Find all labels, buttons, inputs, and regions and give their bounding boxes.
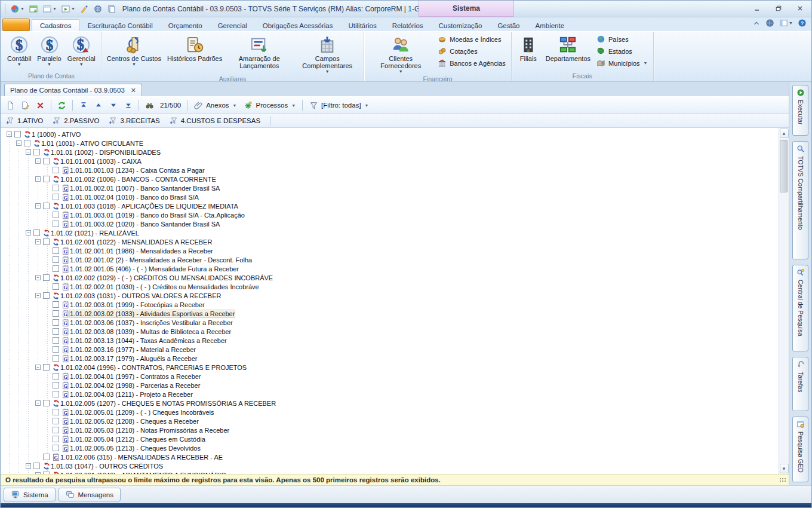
tree-row[interactable]: −1.01.02.005 (1207) - CHEQUES E NOTAS PR… xyxy=(1,399,779,408)
tree-row[interactable]: G1.01.02.001.02 (2) - Mensalidades a Rec… xyxy=(1,255,779,264)
ribbon-tab-or-amento[interactable]: Orçamento xyxy=(161,20,210,31)
row-checkbox[interactable] xyxy=(24,140,30,146)
tree-row[interactable]: G1.01.02.002.01 (1030) - ( - ) Créditos … xyxy=(1,282,779,291)
row-checkbox[interactable] xyxy=(43,292,50,299)
tree-row[interactable]: −1.01.02.004 (1996) - CONTRATOS, PARCERI… xyxy=(1,363,779,372)
expand-toggle-icon[interactable]: − xyxy=(26,230,31,235)
ribbon-button-munic-pios[interactable]: Municípios▼ xyxy=(595,58,650,68)
expand-toggle-icon[interactable]: − xyxy=(35,239,41,244)
scroll-down-icon[interactable]: ▼ xyxy=(780,464,789,473)
refresh-button[interactable] xyxy=(55,99,69,112)
row-checkbox[interactable] xyxy=(53,373,59,380)
tree-row[interactable]: −1 (1000) - ATIVO xyxy=(1,130,779,139)
row-checkbox[interactable] xyxy=(53,185,59,191)
row-checkbox[interactable] xyxy=(43,454,50,460)
tree-row[interactable]: G1.01.01.003.01 (1019) - Banco do Brasil… xyxy=(1,210,779,219)
row-checkbox[interactable] xyxy=(53,221,59,227)
tree-row[interactable]: G1.01.02.003.13 (1044) - Taxas Acadêmica… xyxy=(1,336,779,345)
row-checkbox[interactable] xyxy=(53,167,59,173)
row-checkbox[interactable] xyxy=(33,229,40,236)
row-checkbox[interactable] xyxy=(53,436,59,442)
ribbon-button-moedas-e-ndices[interactable]: Moedas e Índices xyxy=(436,34,508,44)
search-button[interactable] xyxy=(143,99,156,112)
document-tab-close-icon[interactable]: ✕ xyxy=(131,87,136,94)
ribbon-tab-customiza-o[interactable]: Customização xyxy=(431,20,490,31)
ribbon-button-departamentos[interactable]: Departamentos xyxy=(543,32,593,72)
row-checkbox[interactable] xyxy=(53,409,59,415)
row-checkbox[interactable] xyxy=(53,337,59,344)
row-checkbox[interactable] xyxy=(53,427,59,433)
row-checkbox[interactable] xyxy=(53,194,59,200)
row-checkbox[interactable] xyxy=(53,301,59,308)
ribbon-tab-escritura-o-cont-bil[interactable]: Escrituração Contábil xyxy=(79,20,160,31)
tree-row[interactable]: −1.01.01.003 (1018) - APLICAÇÕES DE LIQU… xyxy=(1,201,779,210)
tree-row[interactable]: G1.01.02.005.01 (1209) - ( - ) Cheques I… xyxy=(1,408,779,417)
tree-row[interactable]: −1.01.02.001 (1022) - MENSALIDADES A REC… xyxy=(1,237,779,246)
globe-button[interactable] xyxy=(92,4,104,14)
expand-toggle-icon[interactable]: − xyxy=(35,293,41,298)
side-tab-pesquisa-ged[interactable]: Pesquisa GED xyxy=(792,417,808,482)
row-checkbox[interactable] xyxy=(53,256,59,263)
ribbon-tab-gerencial[interactable]: Gerencial xyxy=(210,20,255,31)
row-checkbox[interactable] xyxy=(43,158,50,164)
ribbon-button-cont-bil[interactable]: $Contábil▼ xyxy=(4,32,34,72)
filtro-button[interactable]: [Filtro: todas]▼ xyxy=(306,100,371,111)
restore-button[interactable] xyxy=(771,3,786,14)
row-checkbox[interactable] xyxy=(43,176,50,182)
tree-row[interactable]: −1.01.03 (1047) - OUTROS CRÉDITOS xyxy=(1,461,779,470)
side-tab-totvs-compartilhamento[interactable]: TOTVS Compartilhamento xyxy=(792,141,808,259)
side-tab-executar[interactable]: Executar xyxy=(792,85,808,136)
tree-row[interactable]: G1.01.01.002.01 (1007) - Banco Santander… xyxy=(1,183,779,192)
tree-row[interactable]: −1.01.01 (1002) - DISPONIBILIDADES xyxy=(1,148,779,157)
row-checkbox[interactable] xyxy=(33,463,40,469)
bottom-tab-sistema[interactable]: Sistema xyxy=(4,488,56,501)
expand-toggle-icon[interactable]: − xyxy=(35,400,41,406)
theme-globe-button[interactable]: ▼ xyxy=(9,4,26,14)
tree-row[interactable]: −1.01.02.003 (1031) - OUTROS VALORES A R… xyxy=(1,291,779,300)
row-checkbox[interactable] xyxy=(53,418,59,424)
go-next-button[interactable] xyxy=(106,99,120,112)
tree-row[interactable]: G1.01.02.003.17 (1979) - Aluguéis a Rece… xyxy=(1,354,779,363)
row-checkbox[interactable] xyxy=(43,364,50,371)
ribbon-button-gerencial[interactable]: $Gerencial▼ xyxy=(64,32,99,72)
layout-button[interactable]: ▼ xyxy=(779,19,793,27)
expand-toggle-icon[interactable]: − xyxy=(16,140,21,146)
ribbon-tab-cadastros[interactable]: Cadastros xyxy=(32,19,79,31)
ribbon-button-pa-ses[interactable]: Países xyxy=(595,34,650,44)
row-checkbox[interactable] xyxy=(43,203,50,209)
new-record-button[interactable] xyxy=(4,99,17,112)
go-prev-button[interactable] xyxy=(91,99,105,112)
expand-toggle-icon[interactable]: − xyxy=(35,158,41,164)
row-checkbox[interactable] xyxy=(53,310,59,317)
tree-scrollbar[interactable]: ▲ ▼ xyxy=(779,128,789,474)
scroll-up-icon[interactable]: ▲ xyxy=(780,128,789,138)
tree-row[interactable]: −1.01.02 (1021) - REALIZÁVEL xyxy=(1,228,779,237)
row-checkbox[interactable] xyxy=(53,391,59,397)
ribbon-button-paralelo[interactable]: $Paralelo▼ xyxy=(34,32,64,72)
tree-row[interactable]: −1.01 (1001) - ATIVO CIRCULANTE xyxy=(1,139,779,148)
close-button[interactable] xyxy=(792,3,808,14)
quick-nav-4-custos-e-despesas[interactable]: 4.CUSTOS E DESPESAS xyxy=(170,117,260,125)
ribbon-tab-gest-o[interactable]: Gestão xyxy=(490,20,527,31)
expand-toggle-icon[interactable]: − xyxy=(26,149,31,155)
edit-record-button[interactable] xyxy=(19,99,32,112)
row-checkbox[interactable] xyxy=(53,265,59,272)
row-checkbox[interactable] xyxy=(53,283,59,290)
row-checkbox[interactable] xyxy=(33,149,40,155)
ribbon-button-amarra-o-de-lan-amentos[interactable]: Amarração de Lançamentos xyxy=(225,32,293,75)
bottom-tab-mensagens[interactable]: Mensagens xyxy=(59,488,121,501)
row-checkbox[interactable] xyxy=(43,238,50,245)
ribbon-tab-utilit-rios[interactable]: Utilitários xyxy=(340,20,384,31)
copy-pages-button[interactable] xyxy=(106,4,118,14)
ribbon-button-campos-complementares[interactable]: Campos Complementares▼ xyxy=(293,32,361,75)
window-menu-button[interactable]: ▼ xyxy=(41,4,58,14)
tree-row[interactable]: G1.01.02.005.04 (1212) - Cheques em Cust… xyxy=(1,434,779,443)
tree-row[interactable]: G1.01.02.001.05 (406) - ( - ) Mensalidad… xyxy=(1,264,779,273)
tree-row[interactable]: G1.01.01.002.04 (1010) - Banco do Brasil… xyxy=(1,192,779,201)
ribbon-tab-obriga-es-acess-rias[interactable]: Obrigações Acessórias xyxy=(255,20,341,31)
processos-button[interactable]: Processos▼ xyxy=(241,100,299,111)
anexos-button[interactable]: Anexos▼ xyxy=(191,100,239,111)
ribbon-button-filiais[interactable]: Filiais xyxy=(514,32,543,72)
tree-row[interactable]: G1.01.02.003.08 (1039) - Multas de Bibli… xyxy=(1,327,779,336)
ribbon-button-hist-ricos-padr-es[interactable]: Históricos Padrões xyxy=(164,32,225,75)
